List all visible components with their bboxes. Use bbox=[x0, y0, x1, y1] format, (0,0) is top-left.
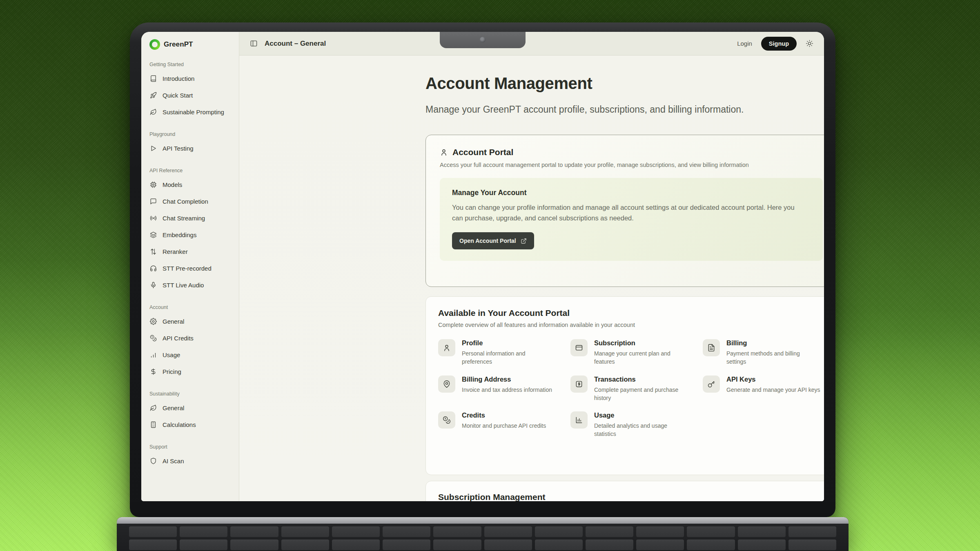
laptop-mockup: GreenPT Getting StartedIntroductionQuick… bbox=[130, 22, 835, 517]
sidebar-item-sustainability-general[interactable]: General bbox=[141, 400, 239, 416]
topbar: Account – General Login Signup bbox=[239, 32, 824, 56]
sidebar-item-label: API Testing bbox=[163, 145, 194, 152]
keyboard-key bbox=[230, 540, 278, 550]
play-icon bbox=[150, 145, 157, 152]
manage-account-box: Manage Your Account You can change your … bbox=[440, 178, 823, 261]
leaf-icon bbox=[150, 109, 157, 116]
open-account-portal-label: Open Account Portal bbox=[459, 238, 516, 244]
feature-title: Subscription bbox=[594, 339, 688, 347]
feature-description: Complete payment and purchase history bbox=[594, 386, 688, 402]
subscription-management-card: Subscription Management bbox=[425, 481, 824, 501]
coins-icon bbox=[438, 411, 455, 429]
keyboard-key bbox=[484, 540, 532, 550]
sidebar-section-label-api-reference: API Reference bbox=[149, 168, 239, 173]
keyboard-key bbox=[738, 540, 786, 550]
sidebar-item-api-reference-chat-completion[interactable]: Chat Completion bbox=[141, 193, 239, 210]
manage-account-title: Manage Your Account bbox=[452, 189, 811, 197]
topbar-left: Account – General bbox=[250, 40, 326, 48]
arrow-up-down-icon bbox=[150, 248, 157, 255]
sidebar-item-getting-started-quick-start[interactable]: Quick Start bbox=[141, 87, 239, 104]
key-icon bbox=[703, 375, 720, 393]
keyboard-key bbox=[129, 527, 177, 537]
feature-item-billing: BillingPayment methods and billing setti… bbox=[703, 339, 824, 366]
sidebar-item-label: API Credits bbox=[163, 335, 194, 342]
sidebar: GreenPT Getting StartedIntroductionQuick… bbox=[141, 32, 239, 501]
app-window: GreenPT Getting StartedIntroductionQuick… bbox=[141, 32, 824, 501]
sidebar-section-label-getting-started: Getting Started bbox=[149, 62, 239, 67]
feature-item-profile: ProfilePersonal information and preferen… bbox=[438, 339, 560, 366]
sidebar-section-label-account: Account bbox=[149, 304, 239, 310]
login-link[interactable]: Login bbox=[737, 40, 752, 47]
keyboard-row bbox=[129, 540, 836, 550]
sidebar-item-api-reference-models[interactable]: Models bbox=[141, 176, 239, 193]
sidebar-item-account-pricing[interactable]: Pricing bbox=[141, 363, 239, 380]
features-card-title: Available in Your Account Portal bbox=[438, 308, 824, 318]
page-subtitle: Manage your GreenPT account profile, sub… bbox=[425, 104, 824, 115]
sidebar-item-api-reference-embeddings[interactable]: Embeddings bbox=[141, 227, 239, 243]
feature-description: Detailed analytics and usage statistics bbox=[594, 422, 688, 438]
feature-description: Generate and manage your API keys bbox=[726, 386, 820, 394]
layers-icon bbox=[150, 231, 157, 238]
sun-icon[interactable] bbox=[806, 40, 813, 47]
feature-description: Manage your current plan and features bbox=[594, 349, 688, 366]
sidebar-item-account-general[interactable]: General bbox=[141, 313, 239, 330]
sidebar-section-label-support: Support bbox=[149, 444, 239, 450]
keyboard-key bbox=[535, 540, 583, 550]
keyboard-key bbox=[586, 527, 633, 537]
feature-item-transactions: TransactionsComplete payment and purchas… bbox=[570, 375, 692, 402]
keyboard-key bbox=[332, 540, 380, 550]
sidebar-nav: Getting StartedIntroductionQuick StartSu… bbox=[141, 62, 239, 469]
sidebar-item-label: Quick Start bbox=[163, 92, 193, 99]
sidebar-item-label: General bbox=[163, 318, 184, 325]
gear-icon bbox=[150, 318, 157, 325]
message-square-icon bbox=[150, 198, 157, 205]
sidebar-item-label: Chat Streaming bbox=[163, 215, 205, 222]
keyboard-key bbox=[383, 527, 430, 537]
sidebar-item-support-ai-scan[interactable]: AI Scan bbox=[141, 453, 239, 469]
mic-icon bbox=[150, 282, 157, 289]
sidebar-item-label: Calculations bbox=[163, 421, 196, 428]
sidebar-item-label: STT Live Audio bbox=[163, 282, 204, 289]
feature-item-subscription: SubscriptionManage your current plan and… bbox=[570, 339, 692, 366]
sidebar-item-api-reference-stt-live-audio[interactable]: STT Live Audio bbox=[141, 277, 239, 293]
keyboard-key bbox=[687, 540, 735, 550]
sidebar-item-label: Embeddings bbox=[163, 231, 196, 238]
sidebar-item-account-api-credits[interactable]: API Credits bbox=[141, 330, 239, 347]
sidebar-item-api-reference-chat-streaming[interactable]: Chat Streaming bbox=[141, 210, 239, 227]
calculator-icon bbox=[150, 421, 157, 428]
sidebar-item-sustainability-calculations[interactable]: Calculations bbox=[141, 416, 239, 433]
feature-title: Profile bbox=[462, 339, 556, 347]
right-pane: Account – General Login Signup Account M… bbox=[239, 32, 824, 501]
sidebar-item-getting-started-sustainable-prompting[interactable]: Sustainable Prompting bbox=[141, 104, 239, 120]
chart-icon bbox=[570, 411, 588, 429]
brand-name: GreenPT bbox=[164, 40, 193, 49]
sidebar-item-label: Sustainable Prompting bbox=[163, 109, 224, 116]
open-account-portal-button[interactable]: Open Account Portal bbox=[452, 232, 534, 249]
keyboard-row bbox=[129, 527, 836, 537]
sidebar-item-label: Pricing bbox=[163, 368, 181, 375]
feature-item-usage: UsageDetailed analytics and usage statis… bbox=[570, 411, 692, 438]
keyboard-key bbox=[433, 527, 481, 537]
panel-left-icon[interactable] bbox=[250, 40, 258, 47]
keyboard-key bbox=[230, 527, 278, 537]
dollar-square-icon bbox=[570, 375, 588, 393]
keyboard-key bbox=[636, 527, 684, 537]
sidebar-item-label: STT Pre-recorded bbox=[163, 265, 212, 272]
keyboard-key bbox=[180, 540, 227, 550]
features-grid: ProfilePersonal information and preferen… bbox=[438, 339, 824, 438]
broadcast-icon bbox=[150, 215, 157, 222]
sidebar-item-api-reference-stt-pre-recorded[interactable]: STT Pre-recorded bbox=[141, 260, 239, 277]
signup-button[interactable]: Signup bbox=[761, 37, 797, 51]
page-title: Account – General bbox=[265, 40, 326, 48]
keyboard-key bbox=[788, 527, 836, 537]
headphones-icon bbox=[150, 265, 157, 272]
map-pin-icon bbox=[438, 375, 455, 393]
sidebar-item-playground-api-testing[interactable]: API Testing bbox=[141, 140, 239, 157]
features-card-subtitle: Complete overview of all features and in… bbox=[438, 322, 824, 328]
sidebar-item-account-usage[interactable]: Usage bbox=[141, 347, 239, 363]
feature-description: Invoice and tax address information bbox=[462, 386, 552, 394]
brand-logo[interactable]: GreenPT bbox=[141, 38, 239, 51]
feature-description: Personal information and preferences bbox=[462, 349, 556, 366]
sidebar-item-getting-started-introduction[interactable]: Introduction bbox=[141, 70, 239, 87]
sidebar-item-api-reference-reranker[interactable]: Reranker bbox=[141, 243, 239, 260]
